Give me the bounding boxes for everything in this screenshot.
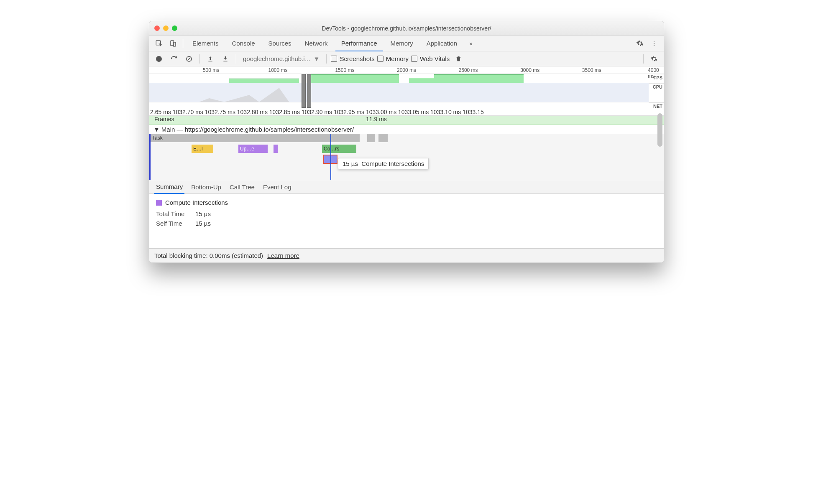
task-bar[interactable] <box>367 134 375 142</box>
main-thread-header[interactable]: ▼ Main — https://googlechrome.github.io/… <box>149 125 664 134</box>
close-button[interactable] <box>154 25 160 31</box>
devtools-window: DevTools - googlechrome.github.io/sample… <box>149 21 664 263</box>
playhead-cursor[interactable] <box>330 134 331 180</box>
fps-track <box>149 74 649 83</box>
separator <box>643 54 644 64</box>
tab-summary[interactable]: Summary <box>154 181 184 194</box>
trash-icon[interactable] <box>452 53 465 65</box>
tab-call-tree[interactable]: Call Tree <box>228 180 256 193</box>
frames-value: 11.9 ms <box>178 116 387 125</box>
tab-sources[interactable]: Sources <box>263 36 297 51</box>
task-bar[interactable] <box>378 134 388 142</box>
flame-chart[interactable]: Task E…l Up…e Co…rs 15 µs Compute Inters… <box>149 134 664 180</box>
reload-button[interactable] <box>168 53 180 65</box>
frames-label: Frames <box>149 116 178 125</box>
capture-settings-icon[interactable] <box>648 53 660 65</box>
tab-bottom-up[interactable]: Bottom-Up <box>189 180 223 193</box>
titlebar: DevTools - googlechrome.github.io/sample… <box>149 21 664 36</box>
tab-application[interactable]: Application <box>421 36 463 51</box>
tab-memory[interactable]: Memory <box>385 36 419 51</box>
clear-button[interactable] <box>183 53 195 65</box>
maximize-button[interactable] <box>172 25 177 31</box>
screenshots-checkbox[interactable]: Screenshots <box>331 55 374 62</box>
tab-network[interactable]: Network <box>299 36 334 51</box>
record-button[interactable] <box>153 53 165 65</box>
flame-ruler[interactable]: 2.65 ms 1032.70 ms 1032.75 ms 1032.80 ms… <box>149 108 664 116</box>
window-controls <box>154 25 177 31</box>
panel-tabs: Elements Console Sources Network Perform… <box>149 36 664 51</box>
event-bar[interactable]: Co…rs <box>322 145 356 153</box>
perf-toolbar: googlechrome.github.i… ▼ Screenshots Mem… <box>149 51 664 66</box>
range-handle-right[interactable] <box>307 74 311 108</box>
main-thread-label: Main — https://googlechrome.github.io/sa… <box>161 126 354 133</box>
event-bar[interactable] <box>274 145 278 153</box>
tooltip-time: 15 µs <box>343 160 358 167</box>
summary-event-name: Compute Intersections <box>165 199 228 206</box>
tab-event-log[interactable]: Event Log <box>261 180 293 193</box>
tab-performance[interactable]: Performance <box>335 36 383 51</box>
gear-icon[interactable] <box>634 37 646 50</box>
flame-tooltip: 15 µs Compute Intersections <box>338 158 429 169</box>
tooltip-name: Compute Intersections <box>361 160 424 167</box>
inspect-icon[interactable] <box>153 37 165 50</box>
footer: Total blocking time: 0.00ms (estimated) … <box>149 248 664 262</box>
separator <box>236 54 236 64</box>
total-time-label: Total Time <box>156 210 189 217</box>
cpu-track <box>149 83 649 102</box>
more-tabs-icon[interactable]: » <box>465 37 477 50</box>
overview-track-labels: FPS CPU NET <box>649 74 664 108</box>
memory-checkbox[interactable]: Memory <box>377 55 409 62</box>
profile-dropdown-label: googlechrome.github.i… <box>243 55 311 62</box>
separator <box>183 39 183 48</box>
learn-more-link[interactable]: Learn more <box>267 252 299 259</box>
overview-ruler: 500 ms 1000 ms 1500 ms 2000 ms 2500 ms 3… <box>149 66 664 74</box>
disclosure-triangle-icon[interactable]: ▼ <box>153 126 160 133</box>
tab-console[interactable]: Console <box>226 36 261 51</box>
overview-pane[interactable]: 500 ms 1000 ms 1500 ms 2000 ms 2500 ms 3… <box>149 66 664 108</box>
self-time-value: 15 µs <box>195 220 211 227</box>
net-track <box>149 102 649 108</box>
frames-track[interactable]: Frames 11.9 ms <box>149 116 664 125</box>
summary-pane: Compute Intersections Total Time15 µs Se… <box>149 194 664 248</box>
total-time-value: 15 µs <box>195 210 211 217</box>
event-color-swatch <box>156 200 162 206</box>
window-title: DevTools - googlechrome.github.io/sample… <box>154 25 659 32</box>
scrollbar[interactable] <box>657 113 662 147</box>
device-toolbar-icon[interactable] <box>167 37 179 50</box>
event-bar[interactable]: Up…e <box>238 145 268 153</box>
self-time-label: Self Time <box>156 220 189 227</box>
profile-dropdown[interactable]: googlechrome.github.i… ▼ <box>240 55 322 62</box>
load-profile-icon[interactable] <box>204 53 217 65</box>
separator <box>199 54 200 64</box>
web-vitals-checkbox[interactable]: Web Vitals <box>411 55 450 62</box>
task-bar[interactable]: Task <box>151 134 360 142</box>
minimize-button[interactable] <box>163 25 169 31</box>
event-bar[interactable]: E…l <box>192 145 213 153</box>
range-handle-left[interactable] <box>302 74 306 108</box>
save-profile-icon[interactable] <box>219 53 232 65</box>
tab-elements[interactable]: Elements <box>187 36 225 51</box>
detail-tabs: Summary Bottom-Up Call Tree Event Log <box>149 180 664 194</box>
kebab-icon[interactable]: ⋮ <box>648 37 660 50</box>
blocking-time-text: Total blocking time: 0.00ms (estimated) <box>154 252 263 259</box>
separator <box>326 54 327 64</box>
